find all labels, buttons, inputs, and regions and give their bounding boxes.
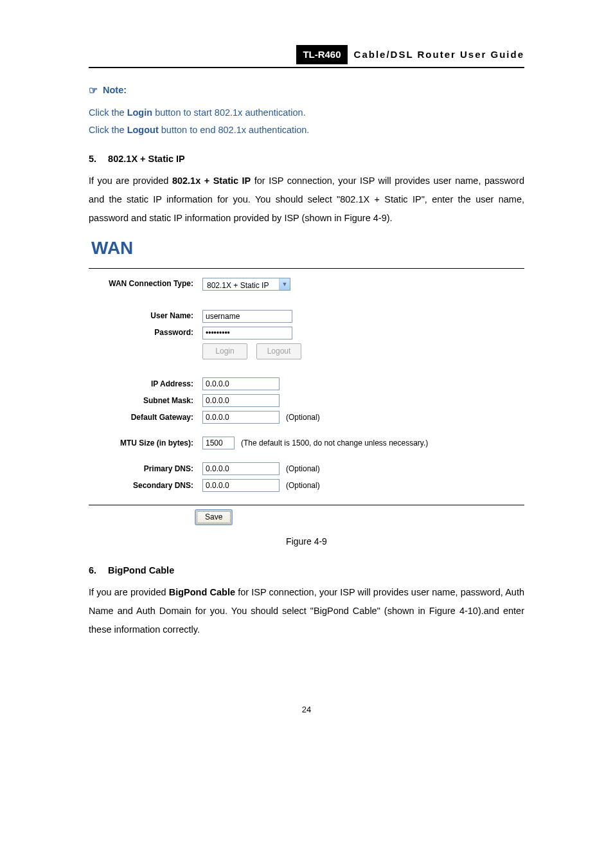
text: Click the	[89, 107, 127, 118]
mtu-input[interactable]	[202, 437, 235, 449]
auth-buttons: Login Logout	[96, 343, 517, 359]
section-6-heading: 6. BigPond Cable	[89, 563, 524, 578]
note-label: Note:	[103, 83, 127, 98]
row-username: User Name:	[96, 310, 517, 323]
conn-type-value: 802.1X + Static IP	[203, 278, 279, 290]
mtu-hint: (The default is 1500, do not change unle…	[241, 437, 428, 449]
row-primary-dns: Primary DNS: (Optional)	[96, 462, 517, 475]
login-word: Login	[127, 107, 152, 118]
note-line-1: Click the Login button to start 802.1x a…	[89, 105, 524, 120]
section-title: 802.1X + Static IP	[108, 152, 185, 167]
section-5-body: If you are provided 802.1x + Static IP f…	[89, 172, 524, 228]
row-secondary-dns: Secondary DNS: (Optional)	[96, 479, 517, 492]
text: If you are provided	[89, 176, 172, 186]
password-input[interactable]	[202, 327, 292, 339]
save-row: Save	[89, 509, 524, 525]
primary-dns-label: Primary DNS:	[96, 463, 202, 475]
hand-pointing-icon: ☞	[89, 82, 98, 99]
section-number: 6.	[89, 563, 96, 578]
page-header: TL-R460 Cable/DSL Router User Guide	[89, 45, 524, 68]
subnet-input[interactable]	[202, 394, 280, 407]
logout-word: Logout	[127, 125, 159, 135]
section-6-body: If you are provided BigPond Cable for IS…	[89, 583, 524, 639]
doc-title: Cable/DSL Router User Guide	[354, 47, 524, 62]
page-number: 24	[89, 703, 524, 717]
password-label: Password:	[96, 327, 202, 339]
secondary-dns-optional: (Optional)	[286, 480, 320, 492]
text-bold: 802.1x + Static IP	[172, 176, 251, 186]
wan-panel: WAN Connection Type: 802.1X + Static IP …	[89, 268, 524, 505]
login-button[interactable]: Login	[202, 343, 247, 359]
row-password: Password:	[96, 327, 517, 339]
model-badge: TL-R460	[296, 45, 347, 64]
gateway-optional: (Optional)	[286, 411, 320, 424]
row-mtu: MTU Size (in bytes): (The default is 150…	[96, 437, 517, 449]
wan-title: WAN	[89, 234, 524, 263]
text: button to start 802.1x authentication.	[152, 107, 306, 118]
section-title: BigPond Cable	[108, 563, 174, 578]
row-subnet: Subnet Mask:	[96, 394, 517, 407]
section-5-heading: 5. 802.1X + Static IP	[89, 152, 524, 167]
save-button[interactable]: Save	[195, 509, 233, 525]
secondary-dns-input[interactable]	[202, 479, 280, 492]
username-input[interactable]	[202, 310, 292, 323]
conn-type-label: WAN Connection Type:	[96, 278, 202, 290]
gateway-label: Default Gateway:	[96, 411, 202, 424]
wan-figure: WAN WAN Connection Type: 802.1X + Static…	[89, 234, 524, 525]
text: If you are provided	[89, 587, 169, 597]
row-gateway: Default Gateway: (Optional)	[96, 411, 517, 424]
conn-type-select[interactable]: 802.1X + Static IP ▼	[202, 278, 290, 291]
note-heading: ☞ Note:	[89, 82, 524, 99]
chevron-down-icon[interactable]: ▼	[279, 278, 290, 290]
ip-input[interactable]	[202, 377, 280, 390]
gateway-input[interactable]	[202, 411, 280, 424]
subnet-label: Subnet Mask:	[96, 395, 202, 407]
ip-label: IP Address:	[96, 378, 202, 390]
secondary-dns-label: Secondary DNS:	[96, 480, 202, 492]
section-number: 5.	[89, 152, 96, 167]
figure-caption: Figure 4-9	[89, 534, 524, 548]
logout-button[interactable]: Logout	[256, 343, 301, 359]
text: Click the	[89, 125, 127, 135]
row-conn-type: WAN Connection Type: 802.1X + Static IP …	[96, 278, 517, 291]
mtu-label: MTU Size (in bytes):	[96, 437, 202, 449]
text: button to end 802.1x authentication.	[159, 125, 310, 135]
primary-dns-input[interactable]	[202, 462, 280, 475]
text-bold: BigPond Cable	[169, 587, 235, 597]
primary-dns-optional: (Optional)	[286, 463, 320, 475]
note-line-2: Click the Logout button to end 802.1x au…	[89, 123, 524, 138]
row-ip: IP Address:	[96, 377, 517, 390]
username-label: User Name:	[96, 310, 202, 322]
